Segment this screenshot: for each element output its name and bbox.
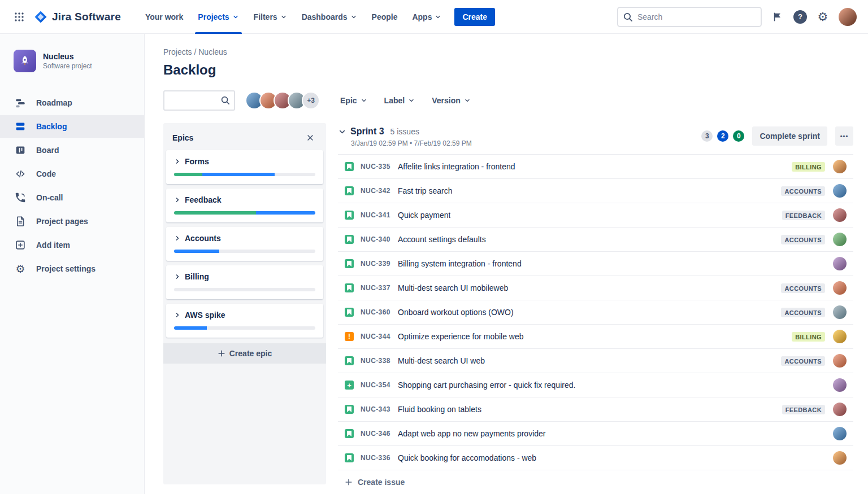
settings-gear-icon[interactable]: ⚙	[815, 9, 831, 25]
create-epic-button[interactable]: Create epic	[163, 343, 326, 364]
nav-filters[interactable]: Filters	[246, 0, 294, 34]
epic-card[interactable]: Forms	[166, 150, 323, 184]
flag-icon[interactable]	[770, 9, 785, 25]
issue-key: NUC-344	[361, 333, 397, 340]
project-avatar	[14, 50, 36, 72]
user-avatar[interactable]	[839, 8, 857, 26]
code-icon	[14, 167, 27, 181]
issue-row[interactable]: NUC-343Fluid booking on tabletsFEEDBACK	[338, 397, 853, 422]
close-icon[interactable]	[303, 131, 317, 145]
sprint-dates: 3/Jan/19 02:59 PM • 7/Feb/19 02:59 PM	[351, 139, 472, 147]
assignee-avatar[interactable]	[833, 354, 847, 368]
assignee-avatar[interactable]	[833, 451, 847, 465]
issue-label-chip: FEEDBACK	[782, 211, 825, 220]
issue-summary: Quick booking for accomodations - web	[398, 453, 536, 462]
nav-your-work[interactable]: Your work	[138, 0, 190, 34]
epic-card[interactable]: AWS spike	[166, 304, 323, 338]
issue-row[interactable]: NUC-346Adapt web app no new payments pro…	[338, 422, 853, 446]
version-filter-dropdown[interactable]: Version	[426, 91, 476, 110]
issue-type-icon	[345, 332, 354, 341]
issue-key: NUC-341	[361, 211, 397, 219]
assignee-avatar[interactable]	[833, 403, 847, 416]
assignee-avatar[interactable]	[833, 257, 847, 270]
nav-dashboards[interactable]: Dashboards	[294, 0, 364, 34]
nav-projects[interactable]: Projects	[190, 0, 246, 34]
project-header[interactable]: Nucleus Software project	[0, 45, 144, 82]
assignee-avatar[interactable]	[833, 184, 847, 198]
create-button[interactable]: Create	[454, 8, 495, 26]
project-name: Nucleus	[43, 52, 92, 61]
epic-name: Forms	[185, 157, 209, 166]
sidebar-item-oncall[interactable]: On-call	[0, 186, 144, 209]
breadcrumb[interactable]: Projects / Nucleus	[163, 47, 853, 56]
issue-row[interactable]: NUC-335Affelite links integration - fron…	[338, 155, 853, 179]
sidebar-item-roadmap[interactable]: Roadmap	[0, 91, 144, 114]
app-switcher-icon[interactable]	[10, 8, 28, 26]
chevron-down-icon	[232, 14, 239, 20]
add-item-icon	[14, 238, 27, 252]
assignee-avatar[interactable]	[833, 233, 847, 246]
sidebar-item-backlog[interactable]: Backlog	[0, 115, 144, 138]
help-icon[interactable]: ?	[793, 10, 807, 24]
jira-diamond-icon	[34, 10, 47, 24]
issue-row[interactable]: NUC-354Shopping cart purchasing error - …	[338, 373, 853, 397]
sidebar-item-project-settings[interactable]: ⚙ Project settings	[0, 257, 144, 280]
project-sidebar: Nucleus Software project Roadmap Backlog…	[0, 34, 145, 494]
sprint-toggle[interactable]: Sprint 3 5 issues	[338, 126, 472, 137]
assignee-avatar[interactable]	[833, 330, 847, 343]
done-count-badge: 0	[733, 130, 744, 142]
issue-row[interactable]: NUC-339Billing system integration - fron…	[338, 252, 853, 276]
project-settings-gear-icon: ⚙	[14, 262, 27, 276]
sidebar-item-board[interactable]: Board	[0, 139, 144, 161]
issue-key: NUC-346	[361, 430, 397, 438]
sprint-actions: 3 2 0 Complete sprint •••	[701, 126, 853, 146]
nav-people[interactable]: People	[364, 0, 405, 34]
assignee-avatar[interactable]	[833, 281, 847, 295]
sidebar-item-add-item[interactable]: Add item	[0, 234, 144, 256]
epic-progress-bar	[174, 326, 315, 330]
epic-card[interactable]: Feedback	[166, 189, 323, 222]
issue-row[interactable]: NUC-341Quick paymentFEEDBACK	[338, 203, 853, 228]
team-avatars: +3	[245, 91, 320, 110]
issue-row[interactable]: NUC-337Multi-dest search UI mobilewebACC…	[338, 276, 853, 300]
avatar-overflow-badge[interactable]: +3	[302, 91, 320, 110]
issue-row[interactable]: NUC-344Optimize experience for mobile we…	[338, 325, 853, 349]
sprint-section: Sprint 3 5 issues 3/Jan/19 02:59 PM • 7/…	[338, 123, 853, 494]
epic-card[interactable]: Billing	[166, 265, 323, 299]
more-actions-button[interactable]: •••	[835, 126, 853, 146]
sidebar-item-code[interactable]: Code	[0, 163, 144, 185]
issue-summary: Onboard workout options (OWO)	[398, 308, 514, 317]
issue-row[interactable]: NUC-336Quick booking for accomodations -…	[338, 446, 853, 470]
issue-row[interactable]: NUC-340Account settings defaultsACCOUNTS	[338, 228, 853, 252]
chevron-down-icon	[280, 14, 287, 20]
assignee-avatar[interactable]	[833, 427, 847, 440]
rocket-icon	[18, 54, 32, 68]
label-filter-dropdown[interactable]: Label	[379, 91, 421, 110]
issue-row[interactable]: NUC-338Multi-dest search UI webACCOUNTS	[338, 349, 853, 373]
search-icon	[220, 95, 230, 105]
issue-summary: Fluid booking on tablets	[398, 405, 481, 414]
issue-row[interactable]: NUC-360Onboard workout options (OWO)ACCO…	[338, 300, 853, 325]
complete-sprint-button[interactable]: Complete sprint	[752, 126, 827, 146]
epic-filter-dropdown[interactable]: Epic	[335, 91, 373, 110]
global-search-input[interactable]	[617, 7, 762, 27]
page-title: Backlog	[163, 62, 853, 78]
chevron-down-icon	[435, 14, 441, 20]
plus-icon	[345, 478, 353, 486]
assignee-avatar[interactable]	[833, 160, 847, 173]
issue-summary: Adapt web app no new payments provider	[398, 429, 546, 438]
assignee-avatar[interactable]	[833, 378, 847, 392]
issue-row[interactable]: NUC-342Fast trip searchACCOUNTS	[338, 179, 853, 203]
sidebar-menu: Roadmap Backlog Board Code On-call Proje…	[0, 82, 144, 280]
sidebar-item-project-pages[interactable]: Project pages	[0, 210, 144, 233]
jira-logo[interactable]: Jira Software	[34, 10, 121, 24]
nav-apps[interactable]: Apps	[405, 0, 449, 34]
issue-summary: Shopping cart purchasing error - quick f…	[398, 381, 575, 390]
issue-summary: Fast trip search	[398, 186, 452, 195]
assignee-avatar[interactable]	[833, 208, 847, 222]
create-issue-button[interactable]: Create issue	[338, 470, 853, 494]
epic-card[interactable]: Accounts	[166, 227, 323, 261]
sprint-issue-count: 5 issues	[390, 127, 419, 136]
issue-key: NUC-360	[361, 308, 397, 316]
assignee-avatar[interactable]	[833, 305, 847, 319]
